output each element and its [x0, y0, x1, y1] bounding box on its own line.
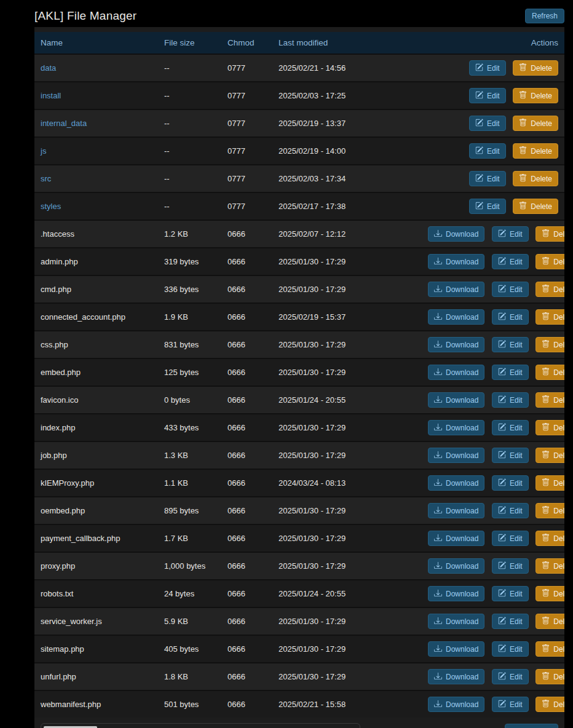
download-button[interactable]: Download [428, 282, 484, 297]
edit-icon [475, 146, 483, 156]
download-button[interactable]: Download [428, 365, 484, 380]
table-row: embed.php 125 bytes 0666 2025/01/30 - 17… [34, 358, 564, 386]
edit-button[interactable]: Edit [492, 614, 529, 629]
delete-button[interactable]: Delete [535, 392, 564, 408]
trash-icon [542, 423, 550, 432]
edit-button[interactable]: Edit [469, 171, 506, 186]
delete-button[interactable]: Delete [535, 365, 564, 380]
choose-file-button[interactable]: Choose File [44, 726, 97, 728]
download-button[interactable]: Download [428, 558, 484, 574]
download-button[interactable]: Download [428, 614, 484, 629]
edit-button[interactable]: Edit [469, 60, 506, 76]
edit-button[interactable]: Edit [492, 669, 529, 684]
delete-button[interactable]: Delete [535, 669, 564, 684]
edit-button[interactable]: Edit [492, 254, 529, 269]
edit-button[interactable]: Edit [469, 143, 506, 159]
file-actions-cell: Edit Delete [417, 165, 564, 192]
delete-button[interactable]: Delete [535, 226, 564, 242]
download-button[interactable]: Download [428, 669, 484, 684]
file-modified: 2025/02/21 - 14:56 [272, 54, 417, 82]
file-chmod: 0666 [221, 414, 272, 441]
delete-button[interactable]: Delete [535, 558, 564, 574]
delete-button[interactable]: Delete [513, 88, 558, 103]
directory-name-link[interactable]: src [41, 174, 51, 183]
file-modified: 2025/01/30 - 17:29 [272, 414, 417, 441]
download-button[interactable]: Download [428, 337, 484, 352]
edit-button[interactable]: Edit [492, 282, 529, 297]
file-name-cell: sitemap.php [34, 635, 158, 663]
download-button[interactable]: Download [428, 697, 484, 712]
file-chmod: 0666 [221, 358, 272, 386]
download-button[interactable]: Download [428, 531, 484, 546]
file-chmod: 0777 [221, 165, 272, 192]
download-button[interactable]: Download [428, 309, 484, 325]
delete-button[interactable]: Delete [513, 143, 558, 159]
directory-name-link[interactable]: data [41, 63, 56, 73]
edit-button[interactable]: Edit [492, 365, 529, 380]
file-modified: 2025/02/17 - 17:38 [272, 192, 417, 220]
delete-button[interactable]: Delete [513, 171, 558, 186]
delete-button[interactable]: Delete [535, 420, 564, 435]
file-modified: 2025/01/30 - 17:29 [272, 331, 417, 358]
directory-name-link[interactable]: js [41, 146, 46, 156]
file-size: 1.8 KB [158, 663, 221, 690]
edit-button[interactable]: Edit [492, 392, 529, 408]
download-button[interactable]: Download [428, 475, 484, 491]
directory-name-link[interactable]: internal_data [41, 119, 87, 128]
download-button[interactable]: Download [428, 392, 484, 408]
edit-button[interactable]: Edit [492, 503, 529, 518]
delete-button[interactable]: Delete [535, 697, 564, 712]
edit-button[interactable]: Edit [469, 199, 506, 214]
refresh-button-top[interactable]: Refresh [525, 9, 564, 23]
edit-button[interactable]: Edit [492, 531, 529, 546]
delete-button[interactable]: Delete [513, 199, 558, 214]
delete-button[interactable]: Delete [535, 614, 564, 629]
edit-button[interactable]: Edit [492, 558, 529, 574]
delete-button[interactable]: Delete [535, 586, 564, 601]
edit-icon [498, 395, 506, 405]
edit-button[interactable]: Edit [492, 448, 529, 463]
file-actions-cell: Download Edit Delete [417, 303, 564, 331]
file-input[interactable]: Choose File No file chosen [41, 723, 360, 728]
delete-button[interactable]: Delete [535, 503, 564, 518]
download-button[interactable]: Download [428, 420, 484, 435]
edit-button[interactable]: Edit [492, 226, 529, 242]
delete-button[interactable]: Delete [535, 475, 564, 491]
delete-button[interactable]: Delete [535, 641, 564, 657]
download-button[interactable]: Download [428, 641, 484, 657]
file-name: payment_callback.php [41, 534, 120, 543]
edit-button[interactable]: Edit [492, 697, 529, 712]
download-button[interactable]: Download [428, 448, 484, 463]
delete-button[interactable]: Delete [535, 254, 564, 269]
file-size: 319 bytes [158, 248, 221, 275]
edit-button[interactable]: Edit [469, 116, 506, 131]
file-name: index.php [41, 423, 75, 432]
delete-button[interactable]: Delete [535, 337, 564, 352]
directory-name-link[interactable]: styles [41, 202, 61, 211]
delete-button[interactable]: Delete [513, 60, 558, 76]
delete-button[interactable]: Delete [535, 282, 564, 297]
delete-button[interactable]: Delete [535, 448, 564, 463]
edit-button[interactable]: Edit [492, 420, 529, 435]
edit-icon [498, 285, 506, 294]
delete-button[interactable]: Delete [535, 531, 564, 546]
directory-name-link[interactable]: install [41, 91, 61, 100]
upload-button[interactable]: Upload [505, 724, 558, 728]
edit-button[interactable]: Edit [469, 88, 506, 103]
file-name-cell: data [34, 54, 158, 82]
table-row: sitemap.php 405 bytes 0666 2025/01/30 - … [34, 635, 564, 663]
edit-button[interactable]: Edit [492, 309, 529, 325]
edit-button[interactable]: Edit [492, 475, 529, 491]
delete-button[interactable]: Delete [513, 116, 558, 131]
download-button[interactable]: Download [428, 254, 484, 269]
download-button[interactable]: Download [428, 586, 484, 601]
download-button[interactable]: Download [428, 503, 484, 518]
file-name: service_worker.js [41, 617, 102, 626]
edit-button[interactable]: Edit [492, 641, 529, 657]
edit-button[interactable]: Edit [492, 586, 529, 601]
file-name-cell: proxy.php [34, 552, 158, 580]
edit-button[interactable]: Edit [492, 337, 529, 352]
delete-button[interactable]: Delete [535, 309, 564, 325]
download-button[interactable]: Download [428, 226, 484, 242]
file-size: 125 bytes [158, 358, 221, 386]
